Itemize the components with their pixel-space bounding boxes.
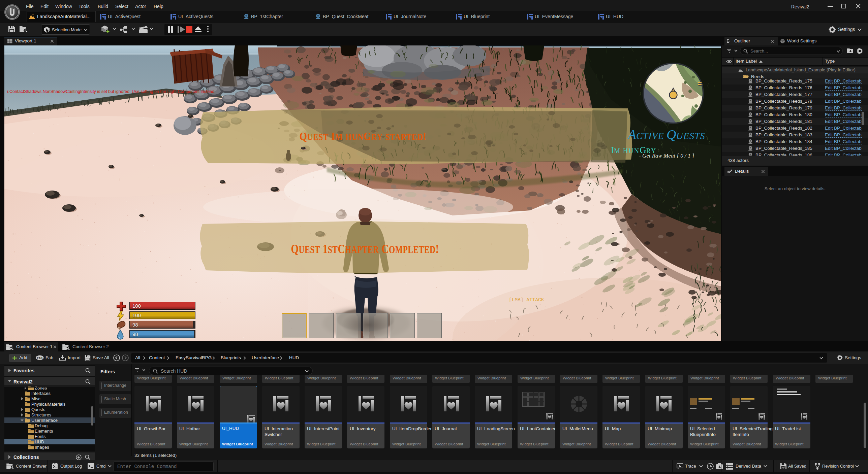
svg-text:QUEST 1STCHAPTER COMPLETED!: QUEST 1STCHAPTER COMPLETED! <box>291 242 439 256</box>
svg-text:r.ContactShadows.NonShadowCast: r.ContactShadows.NonShadowCastingIntensi… <box>7 89 216 94</box>
svg-text:FAB: FAB <box>37 357 42 360</box>
svg-text:QUEST IM HUNGRY STARTED!: QUEST IM HUNGRY STARTED! <box>299 130 426 143</box>
